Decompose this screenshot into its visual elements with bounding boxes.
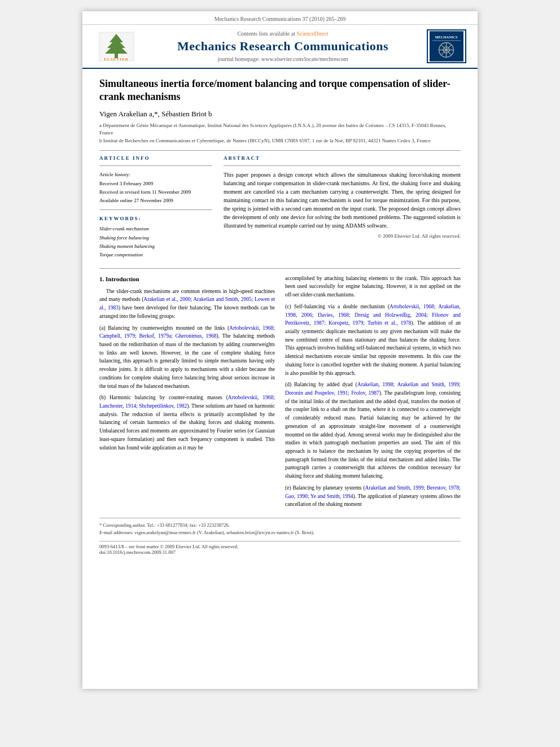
- article-authors: Vigen Arakelian a,*, Sébastien Briot b: [99, 110, 461, 119]
- affiliations: a Département de Génie Mécanique et Auto…: [99, 122, 461, 145]
- ref-arakelian-d[interactable]: Arakelian, 1998; Arakelian and Smith, 19…: [285, 382, 461, 396]
- right-para-1: accomplished by attaching balancing elem…: [285, 274, 461, 299]
- abstract-text: This paper proposes a design concept whi…: [224, 171, 461, 230]
- group-c-para: (c) Self-balancing via a double mechanis…: [285, 303, 461, 377]
- keyword-4: Torque compensation: [99, 251, 212, 259]
- body-right-col: accomplished by attaching balancing elem…: [285, 274, 461, 512]
- history-label: Article history:: [99, 171, 212, 179]
- group-a-para: (a) Balancing by counterweights mounted …: [99, 324, 275, 391]
- body-divider: [99, 268, 461, 269]
- ref-artobolevskii-b[interactable]: Artobolevskii, 1968; Lanchester, 1914; S…: [99, 395, 275, 409]
- info-block: ARTICLE INFO Article history: Received 3…: [99, 155, 461, 259]
- page: Mechanics Research Communications 37 (20…: [82, 11, 478, 689]
- svg-text:ELSEVIER: ELSEVIER: [104, 57, 128, 62]
- affil-a: a Département de Génie Mécanique et Auto…: [99, 122, 461, 137]
- group-e-para: (e) Balancing by planetary systems (Arak…: [285, 484, 461, 509]
- abstract-col: ABSTRACT This paper proposes a design co…: [224, 155, 461, 259]
- ref-artobolevskii-a[interactable]: Artobolevskii, 1968; Campbell, 1979; Ber…: [99, 325, 275, 339]
- article-title: Simultaneous inertia force/moment balanc…: [99, 77, 461, 104]
- corresponding-author: * Corresponding author. Tel.: +33 681277…: [99, 522, 461, 529]
- keywords-label: Keywords:: [99, 216, 212, 221]
- journal-homepage: journal homepage: www.elsevier.com/locat…: [139, 56, 427, 62]
- article-content: Simultaneous inertia force/moment balanc…: [82, 69, 478, 566]
- journal-main-title: Mechanics Research Communications: [139, 39, 427, 54]
- keyword-3: Shaking moment balancing: [99, 242, 212, 251]
- keywords-section: Keywords: Slider-crank mechanism Shaking…: [99, 216, 212, 259]
- article-info-col: ARTICLE INFO Article history: Received 3…: [99, 155, 212, 259]
- journal-ref: Mechanics Research Communications 37 (20…: [82, 11, 478, 25]
- body-left-col: 1. Introduction The slider-crank mechani…: [99, 274, 275, 512]
- section1-heading: 1. Introduction: [99, 274, 275, 284]
- journal-title-block: Contents lists available at ScienceDirec…: [139, 30, 427, 62]
- svg-text:MECHANICS: MECHANICS: [435, 35, 458, 39]
- mechanics-logo: MECHANICS: [427, 29, 466, 63]
- divider: [99, 150, 461, 151]
- ref-arakelian-2000[interactable]: Arakelian et al., 2000; Arakelian and Sm…: [99, 296, 275, 311]
- available-online: Available online 27 November 2009: [99, 196, 212, 205]
- email-addresses: E-mail addresses: vigen.arakelyan@insa-r…: [99, 529, 461, 536]
- abstract-divider: [224, 165, 461, 166]
- keyword-list: Slider-crank mechanism Shaking force bal…: [99, 225, 212, 259]
- copyright-bottom: 0093-6413/$ – see front matter © 2009 El…: [99, 541, 461, 555]
- received-revised: Received in revised form 11 November 200…: [99, 188, 212, 196]
- article-history: Article history: Received 3 February 200…: [99, 171, 212, 205]
- footnotes: * Corresponding author. Tel.: +33 681277…: [99, 518, 461, 536]
- elsevier-tree-icon: ELSEVIER: [98, 31, 135, 62]
- sciencedirect-link[interactable]: ScienceDirect: [296, 30, 328, 37]
- keywords-divider: [99, 209, 212, 210]
- keyword-2: Shaking force balancing: [99, 234, 212, 242]
- affil-b: b Institut de Recherches en Communicatio…: [99, 137, 461, 145]
- body-columns: 1. Introduction The slider-crank mechani…: [99, 274, 461, 512]
- intro-para-1: The slider-crank mechanisms are common e…: [99, 287, 275, 321]
- group-b-para: (b) Harmonic balancing by counter-rotati…: [99, 394, 275, 452]
- article-info-label: ARTICLE INFO: [99, 155, 212, 161]
- ref-arakelian-e[interactable]: Arakelian and Smith, 1999; Berestov, 197…: [285, 485, 461, 499]
- keyword-1: Slider-crank mechanism: [99, 225, 212, 233]
- info-divider: [99, 165, 212, 166]
- ref-artobolevskii-c[interactable]: Artobolevskii, 1968; Arakelian, 1998, 20…: [285, 304, 461, 326]
- group-d-para: (d) Balancing by added dyad (Arakelian, …: [285, 381, 461, 480]
- contents-line: Contents lists available at ScienceDirec…: [139, 30, 427, 37]
- abstract-copyright: © 2009 Elsevier Ltd. All rights reserved…: [224, 233, 461, 239]
- abstract-label: ABSTRACT: [224, 155, 461, 161]
- journal-banner: ELSEVIER Contents lists available at Sci…: [82, 25, 478, 69]
- elsevier-logo: ELSEVIER: [94, 31, 139, 62]
- received-date: Received 3 February 2009: [99, 180, 212, 188]
